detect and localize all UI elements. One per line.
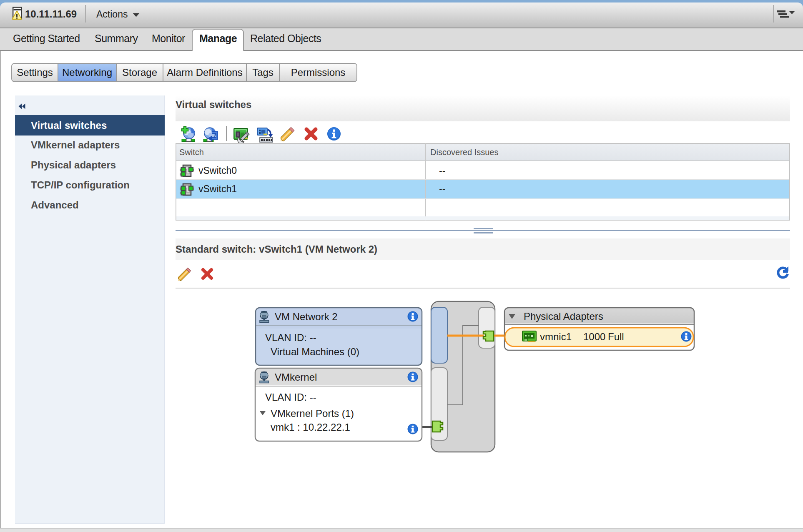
svg-text:1000: 1000	[583, 331, 605, 342]
svg-text:VLAN ID: --: VLAN ID: --	[265, 391, 316, 403]
svg-text:VLAN ID: --: VLAN ID: --	[265, 332, 316, 343]
svg-text:vmk1 : 10.22.22.1: vmk1 : 10.22.22.1	[271, 422, 350, 433]
svg-text:vmnic1: vmnic1	[540, 331, 572, 342]
svg-text:Virtual Machines (0): Virtual Machines (0)	[271, 346, 359, 357]
svg-text:Full: Full	[608, 331, 624, 342]
svg-text:VMkernel: VMkernel	[275, 371, 317, 383]
svg-text:VM Network 2: VM Network 2	[275, 311, 338, 322]
svg-text:Physical Adapters: Physical Adapters	[524, 311, 603, 322]
svg-text:VMkernel Ports (1): VMkernel Ports (1)	[271, 408, 354, 419]
